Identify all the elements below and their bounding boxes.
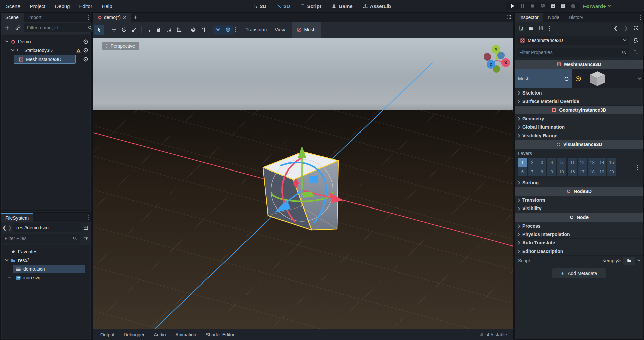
tree-row-meshinstance3d[interactable]: MeshInstance3D xyxy=(2,55,90,64)
version-label[interactable]: 4.5.stable xyxy=(487,332,507,337)
menu-project[interactable]: Project xyxy=(26,2,50,10)
nav-back-button[interactable]: ❮ xyxy=(2,225,7,231)
ruler-mode-button[interactable] xyxy=(174,25,184,35)
mesh-resource-value[interactable] xyxy=(572,69,643,88)
list-select-button[interactable] xyxy=(144,25,154,35)
workspace-script-button[interactable]: Script xyxy=(297,2,325,10)
category-global-illumination[interactable]: Global Illumination xyxy=(515,123,643,131)
renderer-selector[interactable]: Forward+ xyxy=(583,3,610,9)
save-resource-button[interactable] xyxy=(537,24,545,32)
stop-button[interactable] xyxy=(530,3,535,9)
category-visibility-range[interactable]: Visibility Range xyxy=(515,131,643,140)
history-back-button[interactable]: ❮ xyxy=(612,25,619,31)
tab-audio[interactable]: Audio xyxy=(150,330,170,339)
tab-import[interactable]: Import xyxy=(24,13,46,22)
menu-debug[interactable]: Debug xyxy=(51,2,74,10)
tree-row-demo[interactable]: Demo xyxy=(2,37,90,46)
transform-menu[interactable]: Transform xyxy=(241,25,271,34)
layer-9[interactable]: 9 xyxy=(547,167,556,176)
visibility-eye-icon[interactable] xyxy=(83,56,88,62)
category-process[interactable]: Process xyxy=(515,222,643,230)
layer-11[interactable]: 11 xyxy=(568,158,577,167)
category-geometry[interactable]: Geometry xyxy=(515,115,643,123)
close-icon[interactable] xyxy=(123,15,127,20)
edited-object-selector[interactable]: MeshInstance3D xyxy=(517,36,629,45)
property-filter-input[interactable] xyxy=(519,50,622,55)
layer-1[interactable]: 1 xyxy=(518,158,527,167)
menu-editor[interactable]: Editor xyxy=(75,2,96,10)
instantiate-scene-button[interactable] xyxy=(13,23,23,33)
local-space-button[interactable] xyxy=(188,25,198,35)
layer-18[interactable]: 18 xyxy=(588,167,597,176)
menu-scene[interactable]: Scene xyxy=(2,2,25,10)
collapse-icon[interactable] xyxy=(5,39,9,42)
revert-icon[interactable] xyxy=(564,76,569,81)
layer-12[interactable]: 12 xyxy=(578,158,587,167)
script-load-button[interactable] xyxy=(623,257,635,265)
inspector-menu-icon[interactable] xyxy=(638,15,643,20)
movie-maker-button[interactable] xyxy=(570,3,576,9)
add-metadata-button[interactable]: + Add Metadata xyxy=(552,268,606,278)
workspace-game-button[interactable]: Game xyxy=(328,2,356,10)
category-auto-translate[interactable]: Auto Translate xyxy=(515,239,643,247)
layer-14[interactable]: 14 xyxy=(597,158,606,167)
property-tools-icon[interactable] xyxy=(631,47,641,58)
class-header-meshinstance3d[interactable]: MeshInstance3D xyxy=(515,60,643,69)
file-sort-icon[interactable] xyxy=(81,234,90,243)
res-root-row[interactable]: res:// xyxy=(2,256,90,265)
workspace-assetlib-button[interactable]: AssetLib xyxy=(359,2,394,10)
layer-20[interactable]: 20 xyxy=(607,167,616,176)
3d-scene[interactable]: Y X Z xyxy=(93,38,513,329)
layer-3[interactable]: 3 xyxy=(537,158,546,167)
tab-filesystem[interactable]: FileSystem xyxy=(1,213,33,222)
workspace-2d-button[interactable]: 2D xyxy=(250,2,270,10)
category-editor-description[interactable]: Editor Description xyxy=(515,247,643,256)
scale-mode-button[interactable] xyxy=(129,25,139,35)
tab-debugger[interactable]: Debugger xyxy=(120,330,149,339)
layer-17[interactable]: 17 xyxy=(578,167,587,176)
class-header-node3d[interactable]: Node3D xyxy=(515,187,643,196)
resource-menu-icon[interactable] xyxy=(547,26,552,31)
play-button[interactable] xyxy=(510,3,515,9)
layer-13[interactable]: 13 xyxy=(588,158,597,167)
pause-button[interactable] xyxy=(520,3,525,9)
tab-output[interactable]: Output xyxy=(96,330,118,339)
collapse-icon[interactable] xyxy=(5,258,9,261)
play-scene-button[interactable] xyxy=(550,3,556,9)
layer-10[interactable]: 10 xyxy=(557,167,566,176)
class-header-geometryinstance3d[interactable]: GeometryInstance3D xyxy=(515,106,643,114)
favorites-row[interactable]: ★ Favorites: xyxy=(2,247,90,256)
layer-7[interactable]: 7 xyxy=(528,167,537,176)
history-forward-button[interactable]: ❯ xyxy=(622,25,629,31)
projection-menu-button[interactable]: Perspective xyxy=(102,42,139,50)
tab-node[interactable]: Node xyxy=(543,13,564,22)
layer-2[interactable]: 2 xyxy=(528,158,537,167)
category-physics-interpolation[interactable]: Physics Interpolation xyxy=(515,230,643,239)
distraction-free-icon[interactable] xyxy=(504,13,513,21)
preview-menu-icon[interactable] xyxy=(233,27,238,32)
new-tab-button[interactable] xyxy=(131,13,140,21)
category-skeleton[interactable]: Skeleton xyxy=(515,89,643,97)
tab-scene[interactable]: Scene xyxy=(1,13,24,22)
tab-inspector[interactable]: Inspector xyxy=(515,13,543,22)
scene-dock-menu-icon[interactable] xyxy=(86,15,91,20)
filesystem-menu-icon[interactable] xyxy=(86,215,91,220)
resource-path-field[interactable] xyxy=(13,223,81,232)
layers-menu-icon[interactable] xyxy=(635,165,640,170)
category-surface-material-override[interactable]: Surface Material Override xyxy=(515,97,643,106)
tab-animation[interactable]: Animation xyxy=(171,330,200,339)
tab-demo-scene[interactable]: demo(*) xyxy=(93,13,131,22)
layer-6[interactable]: 6 xyxy=(518,167,527,176)
open-docs-icon[interactable] xyxy=(631,35,641,45)
new-resource-button[interactable] xyxy=(517,24,525,32)
file-filter-input[interactable] xyxy=(5,236,73,241)
toggle-split-mode-icon[interactable] xyxy=(81,223,90,232)
file-row-demo-tscn[interactable]: demo.tscn xyxy=(2,265,90,273)
mesh-property-label[interactable]: Mesh xyxy=(515,69,572,88)
file-row-icon-svg[interactable]: icon.svg xyxy=(2,273,90,282)
class-header-visualinstance3d[interactable]: VisualInstance3D xyxy=(515,140,643,149)
class-header-node[interactable]: Node xyxy=(515,213,643,222)
view-menu[interactable]: View xyxy=(271,25,289,34)
scene-filter-input[interactable] xyxy=(27,25,88,30)
layer-19[interactable]: 19 xyxy=(597,167,606,176)
